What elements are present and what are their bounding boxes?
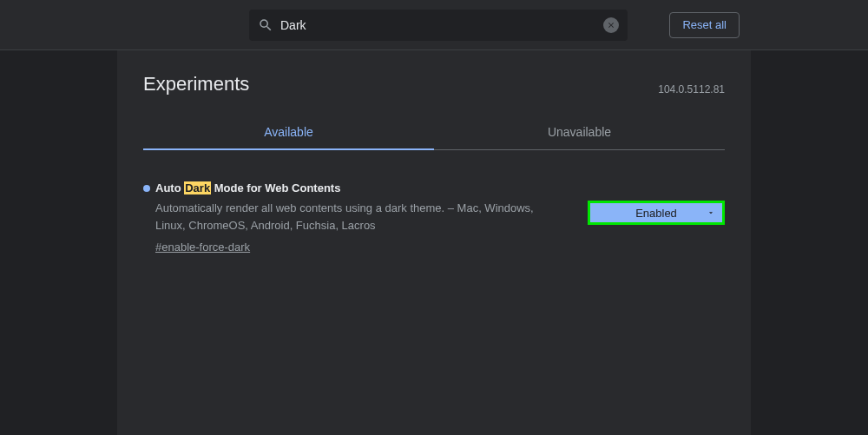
version-label: 104.0.5112.81: [658, 83, 725, 96]
flag-state-value: Enabled: [635, 207, 677, 220]
reset-all-button[interactable]: Reset all: [669, 12, 740, 38]
content-outer: Experiments 104.0.5112.81 Available Unav…: [0, 50, 868, 435]
modified-indicator-icon: [143, 185, 150, 192]
search-box[interactable]: [249, 10, 628, 41]
flag-item: Auto Dark Mode for Web Contents Automati…: [143, 150, 725, 254]
search-highlight: Dark: [184, 181, 211, 194]
page-title: Experiments: [143, 73, 249, 96]
tabs: Available Unavailable: [143, 113, 725, 150]
top-bar: Reset all: [0, 0, 868, 50]
flag-title: Auto Dark Mode for Web Contents: [155, 181, 340, 194]
search-icon: [258, 17, 273, 33]
tab-unavailable[interactable]: Unavailable: [434, 113, 725, 149]
flag-description: Automatically render all web contents us…: [155, 200, 555, 234]
tab-available[interactable]: Available: [143, 113, 434, 149]
close-icon: [607, 21, 615, 30]
content-panel: Experiments 104.0.5112.81 Available Unav…: [117, 50, 751, 435]
flag-state-select[interactable]: Enabled: [588, 201, 725, 225]
clear-search-button[interactable]: [603, 17, 619, 33]
chevron-down-icon: [707, 208, 715, 217]
search-input[interactable]: [273, 18, 603, 32]
flag-permalink[interactable]: #enable-force-dark: [155, 241, 570, 254]
flag-title-row: Auto Dark Mode for Web Contents: [143, 181, 570, 194]
flag-text: Auto Dark Mode for Web Contents Automati…: [143, 181, 570, 254]
title-row: Experiments 104.0.5112.81: [143, 50, 725, 113]
